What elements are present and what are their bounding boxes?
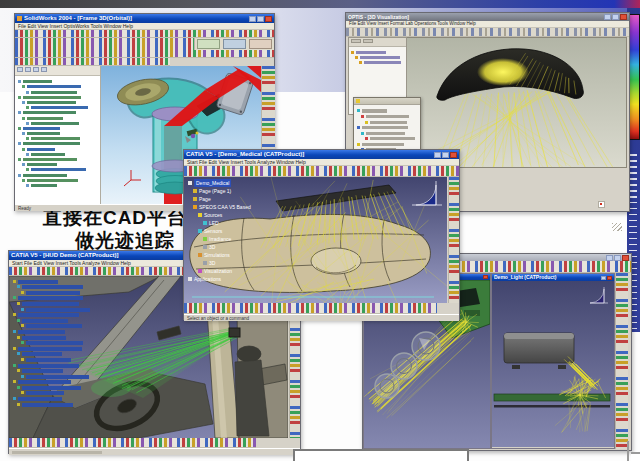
bottom-toolbar-icons[interactable] <box>9 438 256 448</box>
tree-item[interactable]: Visualization <box>198 267 251 275</box>
tree-item[interactable] <box>357 126 420 129</box>
toolbar-icons-strip[interactable] <box>15 58 170 66</box>
tree-item[interactable] <box>18 127 100 130</box>
tree-item[interactable] <box>22 101 100 104</box>
window-b-menubar[interactable]: File Edit View Insert Format Lab Operati… <box>346 21 629 28</box>
tree-item[interactable]: Applications <box>188 275 251 283</box>
tree-item[interactable]: Sources <box>198 211 251 219</box>
tree-item[interactable] <box>351 51 406 54</box>
tree-item[interactable]: 3D <box>203 243 251 251</box>
tree-item[interactable] <box>17 352 90 356</box>
tree-item[interactable] <box>26 122 100 125</box>
tree-item[interactable] <box>13 347 90 351</box>
tree-item[interactable] <box>26 106 100 109</box>
toolbar-icons-strip[interactable] <box>15 30 274 38</box>
bottom-toolbar-icons[interactable] <box>184 303 437 314</box>
tree-item[interactable] <box>361 132 420 135</box>
feature-tree-panel[interactable] <box>15 66 101 204</box>
tree-item[interactable] <box>17 336 90 340</box>
tree-item[interactable] <box>357 143 420 146</box>
tree-item[interactable] <box>21 375 90 379</box>
optis-tool-button[interactable] <box>249 39 272 49</box>
specification-tree[interactable]: Demo_MedicalPage (Page 1)PageSPEOS CAA V… <box>188 179 251 283</box>
palette-header[interactable] <box>354 98 420 105</box>
tree-item[interactable] <box>18 142 100 145</box>
tree-item[interactable]: SPEOS CAA V5 Based <box>193 203 251 211</box>
tree-item[interactable] <box>13 280 90 284</box>
tree-item[interactable] <box>17 369 90 373</box>
tree-item[interactable]: Sensors <box>198 227 251 235</box>
tree-item[interactable] <box>18 174 100 177</box>
close-button[interactable] <box>483 275 488 279</box>
right-toolbar-column[interactable] <box>448 177 459 303</box>
toolbar-row[interactable] <box>15 38 274 50</box>
tree-item[interactable] <box>13 397 90 401</box>
tree-item[interactable] <box>361 115 420 118</box>
tree-item[interactable]: 3D <box>203 259 251 267</box>
tree-item[interactable] <box>21 308 90 312</box>
tree-item[interactable] <box>21 324 90 328</box>
minimize-button[interactable] <box>604 14 611 20</box>
tree-item[interactable] <box>22 117 100 120</box>
maximize-button[interactable] <box>257 16 264 22</box>
feature-tree-items[interactable] <box>15 76 100 187</box>
window-b-titlebar[interactable]: OPTIS - [3D Visualization] <box>346 13 629 21</box>
tree-item[interactable] <box>22 85 100 88</box>
optis-tool-button[interactable] <box>223 39 246 49</box>
close-button[interactable] <box>265 16 272 22</box>
right-toolbar-column[interactable] <box>615 273 628 449</box>
tree-item[interactable] <box>13 296 90 300</box>
tree-item[interactable] <box>22 132 100 135</box>
optisworks-button-group[interactable] <box>194 38 274 50</box>
tree-item[interactable] <box>355 56 406 59</box>
tree-item[interactable] <box>365 137 420 140</box>
tree-item[interactable] <box>22 148 100 151</box>
tree-item[interactable] <box>13 313 90 317</box>
maximize-button[interactable] <box>614 255 621 261</box>
tree-item[interactable]: Simulations <box>198 251 251 259</box>
feature-tree-tabs[interactable] <box>15 66 100 76</box>
panel-tree-items[interactable] <box>349 47 406 64</box>
specification-tree[interactable] <box>13 278 90 407</box>
maximize-button[interactable] <box>442 152 449 158</box>
minimize-button[interactable] <box>606 255 613 261</box>
tree-item[interactable]: Page (Page 1) <box>193 187 251 195</box>
tree-item[interactable] <box>13 380 90 384</box>
window-a-menubar[interactable]: File Edit View Insert OptisWorks Tools W… <box>15 23 274 30</box>
tree-item[interactable] <box>357 109 420 112</box>
tree-item[interactable] <box>21 391 90 395</box>
tree-item[interactable] <box>359 61 406 64</box>
tree-item[interactable] <box>18 80 100 83</box>
tree-item[interactable] <box>21 341 90 345</box>
panel-tabs[interactable] <box>349 38 406 47</box>
tree-item[interactable]: Page <box>193 195 251 203</box>
minimize-button[interactable] <box>249 16 256 22</box>
tree-item[interactable] <box>21 291 90 295</box>
resize-gripper[interactable] <box>612 223 622 231</box>
tree-item[interactable] <box>26 91 100 94</box>
tree-item[interactable] <box>21 358 90 362</box>
tree-item[interactable] <box>22 163 100 166</box>
3d-viewport-light-guide[interactable] <box>492 281 614 447</box>
maximize-button[interactable] <box>601 276 606 280</box>
tree-item[interactable] <box>26 153 100 156</box>
close-button[interactable] <box>607 276 612 280</box>
tree-item[interactable] <box>365 121 420 124</box>
tree-item[interactable] <box>13 330 90 334</box>
window-a-titlebar[interactable]: SolidWorks 2004 - [Frame 3D(Orbital)] <box>15 14 274 23</box>
tree-item[interactable] <box>17 386 90 390</box>
tree-item[interactable] <box>13 364 90 368</box>
close-button[interactable] <box>622 255 629 261</box>
tree-item[interactable] <box>26 168 100 171</box>
toolbar-icons-strip[interactable] <box>15 38 194 50</box>
tree-item[interactable]: Demo_Medical <box>188 179 251 187</box>
minimize-button[interactable] <box>434 152 441 158</box>
toolbar-icons-strip[interactable] <box>184 166 459 177</box>
tree-item[interactable]: LED <box>203 219 251 227</box>
tree-item[interactable] <box>26 184 100 187</box>
window-c-titlebar[interactable]: CATIA V5 - [Demo_Medical (CATProduct)] <box>184 150 459 159</box>
tree-item[interactable] <box>18 158 100 161</box>
close-button[interactable] <box>450 152 457 158</box>
maximize-button[interactable] <box>612 14 619 20</box>
toolbar-icons-strip[interactable] <box>346 28 629 37</box>
